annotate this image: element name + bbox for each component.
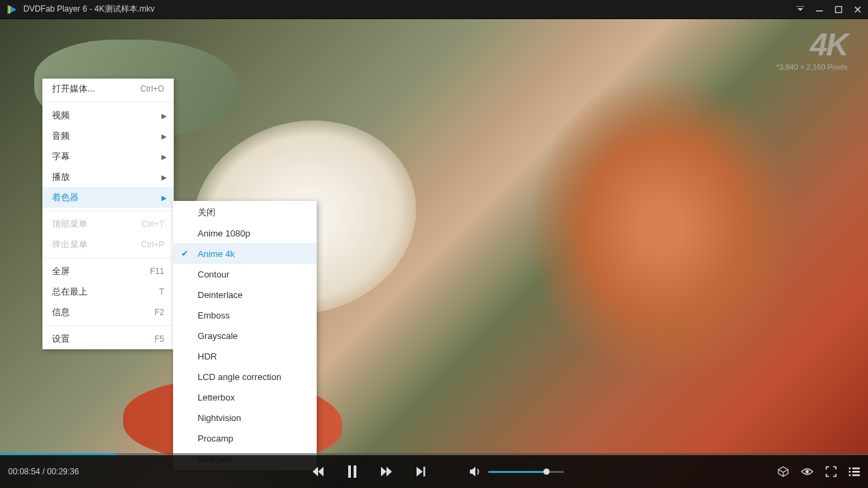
svg-rect-3 xyxy=(423,467,425,476)
sub-label: Deinterlace xyxy=(198,290,243,300)
svg-rect-7 xyxy=(849,471,851,473)
titlebar: DVDFab Player 6 - 4K测试样本.mkv xyxy=(0,0,868,19)
menu-separator xyxy=(42,211,174,211)
menu-label: 着色器 xyxy=(52,191,164,204)
menu-shortcut: F5 xyxy=(155,334,164,344)
volume-icon[interactable] xyxy=(469,466,482,477)
menu-shortcut: Ctrl+O xyxy=(140,84,164,94)
minimize-button[interactable] xyxy=(815,5,824,14)
maximize-button[interactable] xyxy=(834,5,843,14)
sub-label: Anime 1080p xyxy=(198,228,250,239)
svg-rect-0 xyxy=(836,6,842,12)
menu-label: 弹出菜单 xyxy=(52,239,141,251)
svg-rect-5 xyxy=(849,467,851,470)
time-current: 00:08:54 xyxy=(8,467,40,476)
player-controls: 00:08:54 / 00:29:36 xyxy=(0,455,868,488)
menu-label: 设置 xyxy=(52,333,155,345)
menu-shortcut: Ctrl+P xyxy=(141,240,164,249)
sub-label: Procamp xyxy=(198,433,233,444)
shader-hdr[interactable]: HDR xyxy=(173,346,317,366)
fullscreen-icon[interactable] xyxy=(826,466,837,477)
submenu-arrow-icon: ▶ xyxy=(161,194,167,202)
volume-thumb[interactable] xyxy=(544,469,550,475)
menu-label: 打开媒体... xyxy=(52,83,140,95)
shader-letterbox[interactable]: Letterbox xyxy=(173,387,317,407)
next-button[interactable] xyxy=(416,466,425,477)
shader-off[interactable]: 关闭 xyxy=(173,202,317,223)
menu-top-menu: 顶部菜单 Ctrl+T xyxy=(42,214,174,234)
shader-grayscale[interactable]: Grayscale xyxy=(173,325,317,346)
menu-always-on-top[interactable]: 总在最上 T xyxy=(42,282,174,302)
menu-settings[interactable]: 设置 F5 xyxy=(42,329,174,349)
watermark-resolution-text: *3,840 × 2,160 Pixels xyxy=(776,63,847,71)
menu-label: 总在最上 xyxy=(52,286,159,298)
eye-icon[interactable] xyxy=(801,467,813,476)
menu-fullscreen[interactable]: 全屏 F11 xyxy=(42,261,174,282)
sub-label: Anime 4k xyxy=(198,249,235,259)
context-menu: 打开媒体... Ctrl+O 视频 ▶ 音频 ▶ 字幕 ▶ 播放 ▶ 着色器 ▶… xyxy=(42,79,174,349)
svg-point-4 xyxy=(806,470,809,474)
menu-shortcut: F2 xyxy=(155,308,164,317)
submenu-arrow-icon: ▶ xyxy=(161,174,167,181)
volume-control xyxy=(469,466,564,477)
submenu-arrow-icon: ▶ xyxy=(161,133,167,140)
time-total: 00:29:36 xyxy=(47,467,79,476)
menu-popup-menu: 弹出菜单 Ctrl+P xyxy=(42,234,174,255)
close-button[interactable] xyxy=(853,5,863,14)
pause-button[interactable] xyxy=(347,465,357,478)
volume-fill xyxy=(488,471,547,473)
menu-info[interactable]: 信息 F2 xyxy=(42,302,174,323)
menu-label: 信息 xyxy=(52,306,155,318)
menu-shortcut: T xyxy=(159,287,164,297)
time-sep: / xyxy=(40,467,47,476)
rewind-button[interactable] xyxy=(312,466,324,477)
shader-nightvision[interactable]: Nightvision xyxy=(173,407,317,428)
svg-rect-2 xyxy=(354,465,356,478)
sub-label: 关闭 xyxy=(198,206,215,219)
menu-playback[interactable]: 播放 ▶ xyxy=(42,167,174,187)
shader-contour[interactable]: Contour xyxy=(173,264,317,284)
svg-rect-6 xyxy=(852,467,860,470)
sub-label: Nightvision xyxy=(198,413,241,423)
sub-label: Contour xyxy=(198,269,229,280)
sub-label: Grayscale xyxy=(198,331,238,341)
menu-shader[interactable]: 着色器 ▶ xyxy=(42,187,174,208)
shader-lcd[interactable]: LCD angle correction xyxy=(173,366,317,387)
menu-open-media[interactable]: 打开媒体... Ctrl+O xyxy=(42,79,174,99)
fast-forward-button[interactable] xyxy=(380,466,393,477)
time-display: 00:08:54 / 00:29:36 xyxy=(8,467,97,476)
shader-anime-4k[interactable]: ✔ Anime 4k xyxy=(173,243,317,264)
sub-label: LCD angle correction xyxy=(198,372,281,382)
app-logo-icon xyxy=(5,3,18,16)
menu-label: 播放 xyxy=(52,171,164,183)
menu-label: 全屏 xyxy=(52,265,150,277)
playlist-icon[interactable] xyxy=(849,467,860,476)
menu-audio[interactable]: 音频 ▶ xyxy=(42,126,174,146)
svg-rect-9 xyxy=(849,474,851,476)
submenu-arrow-icon: ▶ xyxy=(161,112,167,120)
shader-anime-1080p[interactable]: Anime 1080p xyxy=(173,223,317,243)
svg-rect-10 xyxy=(852,474,860,476)
shader-emboss[interactable]: Emboss xyxy=(173,305,317,325)
svg-rect-1 xyxy=(348,465,351,478)
svg-rect-8 xyxy=(852,471,860,473)
watermark-4k-text: 4K xyxy=(776,26,847,63)
shader-procamp[interactable]: Procamp xyxy=(173,428,317,448)
menu-subtitle[interactable]: 字幕 ▶ xyxy=(42,146,174,167)
cube-icon[interactable] xyxy=(778,466,789,477)
shader-deinterlace[interactable]: Deinterlace xyxy=(173,284,317,305)
menu-label: 视频 xyxy=(52,109,164,122)
dropdown-icon[interactable] xyxy=(795,5,805,14)
window-controls xyxy=(795,5,863,14)
menu-video[interactable]: 视频 ▶ xyxy=(42,105,174,126)
menu-label: 音频 xyxy=(52,130,164,142)
check-icon: ✔ xyxy=(181,249,188,258)
sub-label: HDR xyxy=(198,351,217,362)
sub-label: Emboss xyxy=(198,310,230,321)
menu-shortcut: F11 xyxy=(150,267,164,276)
sub-label: Letterbox xyxy=(198,392,235,403)
volume-slider[interactable] xyxy=(488,471,564,473)
menu-label: 字幕 xyxy=(52,150,164,163)
menu-label: 顶部菜单 xyxy=(52,218,142,230)
transport-controls xyxy=(97,465,778,478)
